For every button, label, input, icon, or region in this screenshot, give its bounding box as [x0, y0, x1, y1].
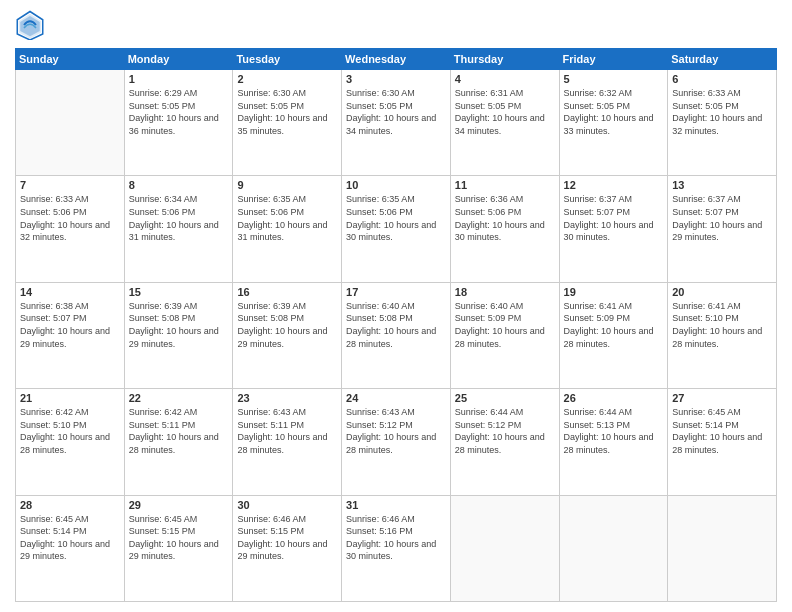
day-number: 29: [129, 499, 229, 511]
day-number: 21: [20, 392, 120, 404]
day-number: 3: [346, 73, 446, 85]
day-info: Sunrise: 6:36 AMSunset: 5:06 PMDaylight:…: [455, 193, 555, 243]
day-number: 31: [346, 499, 446, 511]
day-info: Sunrise: 6:32 AMSunset: 5:05 PMDaylight:…: [564, 87, 664, 137]
day-number: 12: [564, 179, 664, 191]
day-info: Sunrise: 6:41 AMSunset: 5:09 PMDaylight:…: [564, 300, 664, 350]
day-number: 26: [564, 392, 664, 404]
calendar-cell: 30Sunrise: 6:46 AMSunset: 5:15 PMDayligh…: [233, 495, 342, 601]
calendar-cell: 27Sunrise: 6:45 AMSunset: 5:14 PMDayligh…: [668, 389, 777, 495]
day-number: 7: [20, 179, 120, 191]
day-info: Sunrise: 6:45 AMSunset: 5:14 PMDaylight:…: [672, 406, 772, 456]
week-row-2: 7Sunrise: 6:33 AMSunset: 5:06 PMDaylight…: [16, 176, 777, 282]
calendar-cell: 20Sunrise: 6:41 AMSunset: 5:10 PMDayligh…: [668, 282, 777, 388]
day-info: Sunrise: 6:33 AMSunset: 5:05 PMDaylight:…: [672, 87, 772, 137]
day-info: Sunrise: 6:30 AMSunset: 5:05 PMDaylight:…: [237, 87, 337, 137]
day-number: 2: [237, 73, 337, 85]
day-info: Sunrise: 6:40 AMSunset: 5:08 PMDaylight:…: [346, 300, 446, 350]
page: SundayMondayTuesdayWednesdayThursdayFrid…: [0, 0, 792, 612]
calendar-cell: 11Sunrise: 6:36 AMSunset: 5:06 PMDayligh…: [450, 176, 559, 282]
calendar-cell: [16, 70, 125, 176]
calendar-cell: 19Sunrise: 6:41 AMSunset: 5:09 PMDayligh…: [559, 282, 668, 388]
day-number: 1: [129, 73, 229, 85]
day-info: Sunrise: 6:45 AMSunset: 5:15 PMDaylight:…: [129, 513, 229, 563]
day-info: Sunrise: 6:45 AMSunset: 5:14 PMDaylight:…: [20, 513, 120, 563]
day-info: Sunrise: 6:40 AMSunset: 5:09 PMDaylight:…: [455, 300, 555, 350]
calendar-header-row: SundayMondayTuesdayWednesdayThursdayFrid…: [16, 49, 777, 70]
day-info: Sunrise: 6:42 AMSunset: 5:10 PMDaylight:…: [20, 406, 120, 456]
calendar-cell: 2Sunrise: 6:30 AMSunset: 5:05 PMDaylight…: [233, 70, 342, 176]
calendar-cell: 26Sunrise: 6:44 AMSunset: 5:13 PMDayligh…: [559, 389, 668, 495]
calendar-cell: 9Sunrise: 6:35 AMSunset: 5:06 PMDaylight…: [233, 176, 342, 282]
day-info: Sunrise: 6:35 AMSunset: 5:06 PMDaylight:…: [346, 193, 446, 243]
day-number: 11: [455, 179, 555, 191]
calendar-cell: 12Sunrise: 6:37 AMSunset: 5:07 PMDayligh…: [559, 176, 668, 282]
day-number: 15: [129, 286, 229, 298]
day-number: 9: [237, 179, 337, 191]
calendar-header-thursday: Thursday: [450, 49, 559, 70]
day-number: 28: [20, 499, 120, 511]
calendar-cell: 3Sunrise: 6:30 AMSunset: 5:05 PMDaylight…: [342, 70, 451, 176]
day-number: 19: [564, 286, 664, 298]
day-number: 18: [455, 286, 555, 298]
day-number: 13: [672, 179, 772, 191]
day-number: 23: [237, 392, 337, 404]
day-info: Sunrise: 6:39 AMSunset: 5:08 PMDaylight:…: [129, 300, 229, 350]
day-info: Sunrise: 6:37 AMSunset: 5:07 PMDaylight:…: [672, 193, 772, 243]
logo-icon: [15, 10, 45, 40]
day-info: Sunrise: 6:39 AMSunset: 5:08 PMDaylight:…: [237, 300, 337, 350]
calendar-cell: 6Sunrise: 6:33 AMSunset: 5:05 PMDaylight…: [668, 70, 777, 176]
day-info: Sunrise: 6:42 AMSunset: 5:11 PMDaylight:…: [129, 406, 229, 456]
day-info: Sunrise: 6:43 AMSunset: 5:12 PMDaylight:…: [346, 406, 446, 456]
calendar-cell: 22Sunrise: 6:42 AMSunset: 5:11 PMDayligh…: [124, 389, 233, 495]
calendar-cell: 1Sunrise: 6:29 AMSunset: 5:05 PMDaylight…: [124, 70, 233, 176]
calendar-cell: 21Sunrise: 6:42 AMSunset: 5:10 PMDayligh…: [16, 389, 125, 495]
day-number: 22: [129, 392, 229, 404]
day-number: 24: [346, 392, 446, 404]
day-number: 20: [672, 286, 772, 298]
day-number: 10: [346, 179, 446, 191]
day-number: 5: [564, 73, 664, 85]
week-row-1: 1Sunrise: 6:29 AMSunset: 5:05 PMDaylight…: [16, 70, 777, 176]
day-number: 30: [237, 499, 337, 511]
header: [15, 10, 777, 40]
calendar-cell: 16Sunrise: 6:39 AMSunset: 5:08 PMDayligh…: [233, 282, 342, 388]
day-number: 17: [346, 286, 446, 298]
calendar-cell: 13Sunrise: 6:37 AMSunset: 5:07 PMDayligh…: [668, 176, 777, 282]
day-info: Sunrise: 6:41 AMSunset: 5:10 PMDaylight:…: [672, 300, 772, 350]
calendar-header-tuesday: Tuesday: [233, 49, 342, 70]
calendar-table: SundayMondayTuesdayWednesdayThursdayFrid…: [15, 48, 777, 602]
day-info: Sunrise: 6:35 AMSunset: 5:06 PMDaylight:…: [237, 193, 337, 243]
day-info: Sunrise: 6:44 AMSunset: 5:12 PMDaylight:…: [455, 406, 555, 456]
calendar-cell: 14Sunrise: 6:38 AMSunset: 5:07 PMDayligh…: [16, 282, 125, 388]
day-info: Sunrise: 6:46 AMSunset: 5:16 PMDaylight:…: [346, 513, 446, 563]
calendar-header-friday: Friday: [559, 49, 668, 70]
calendar-cell: 15Sunrise: 6:39 AMSunset: 5:08 PMDayligh…: [124, 282, 233, 388]
calendar-cell: 4Sunrise: 6:31 AMSunset: 5:05 PMDaylight…: [450, 70, 559, 176]
week-row-3: 14Sunrise: 6:38 AMSunset: 5:07 PMDayligh…: [16, 282, 777, 388]
day-info: Sunrise: 6:31 AMSunset: 5:05 PMDaylight:…: [455, 87, 555, 137]
calendar-cell: 17Sunrise: 6:40 AMSunset: 5:08 PMDayligh…: [342, 282, 451, 388]
calendar-cell: 10Sunrise: 6:35 AMSunset: 5:06 PMDayligh…: [342, 176, 451, 282]
calendar-header-saturday: Saturday: [668, 49, 777, 70]
day-info: Sunrise: 6:37 AMSunset: 5:07 PMDaylight:…: [564, 193, 664, 243]
day-number: 4: [455, 73, 555, 85]
day-info: Sunrise: 6:46 AMSunset: 5:15 PMDaylight:…: [237, 513, 337, 563]
week-row-4: 21Sunrise: 6:42 AMSunset: 5:10 PMDayligh…: [16, 389, 777, 495]
day-info: Sunrise: 6:38 AMSunset: 5:07 PMDaylight:…: [20, 300, 120, 350]
calendar-cell: [668, 495, 777, 601]
calendar-header-monday: Monday: [124, 49, 233, 70]
day-info: Sunrise: 6:34 AMSunset: 5:06 PMDaylight:…: [129, 193, 229, 243]
logo: [15, 10, 49, 40]
calendar-header-sunday: Sunday: [16, 49, 125, 70]
calendar-cell: 28Sunrise: 6:45 AMSunset: 5:14 PMDayligh…: [16, 495, 125, 601]
day-number: 6: [672, 73, 772, 85]
day-info: Sunrise: 6:33 AMSunset: 5:06 PMDaylight:…: [20, 193, 120, 243]
calendar-cell: 23Sunrise: 6:43 AMSunset: 5:11 PMDayligh…: [233, 389, 342, 495]
day-info: Sunrise: 6:29 AMSunset: 5:05 PMDaylight:…: [129, 87, 229, 137]
day-number: 27: [672, 392, 772, 404]
calendar-cell: [559, 495, 668, 601]
day-number: 25: [455, 392, 555, 404]
calendar-cell: [450, 495, 559, 601]
calendar-cell: 18Sunrise: 6:40 AMSunset: 5:09 PMDayligh…: [450, 282, 559, 388]
